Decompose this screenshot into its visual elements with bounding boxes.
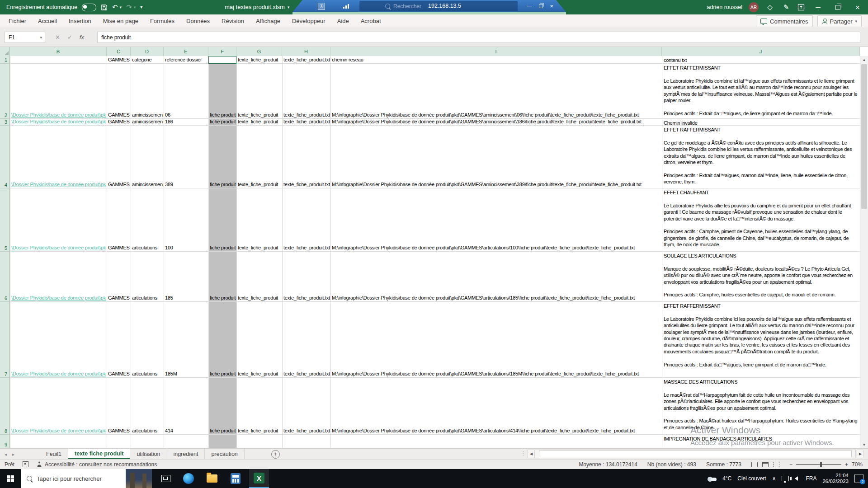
start-button[interactable]	[0, 469, 21, 488]
active-cell-f1[interactable]	[208, 56, 236, 64]
ribbon-tab-développeur[interactable]: Développeur	[286, 14, 331, 28]
cell-G2[interactable]: texte_fiche_produit	[238, 112, 282, 118]
prev-sheet-icon[interactable]: ◂	[5, 452, 7, 457]
explorer-taskbar-button[interactable]	[202, 469, 222, 488]
cell-E3[interactable]: 186	[165, 118, 208, 125]
autosave-toggle[interactable]	[82, 4, 96, 11]
edge-taskbar-button[interactable]	[179, 469, 198, 488]
restore-button[interactable]	[831, 0, 844, 14]
cell-C7[interactable]: GAMMES	[108, 371, 130, 377]
taskbar-search-box[interactable]: Taper ici pour rechercher	[21, 469, 152, 488]
zoom-out-icon[interactable]: −	[789, 461, 793, 468]
draw-pencil-icon[interactable]: ✎	[781, 3, 791, 11]
minimize-button[interactable]	[811, 0, 825, 14]
cell-F4[interactable]: fiche produit	[210, 181, 236, 188]
zoom-level[interactable]: 70%	[852, 461, 863, 468]
sheet-tab-utilisation[interactable]: utilisation	[130, 449, 167, 459]
ribbon-tab-fichier[interactable]: Fichier	[3, 14, 32, 28]
confirm-entry-icon[interactable]: ✓	[67, 34, 72, 41]
cell-E7[interactable]: 185M	[165, 371, 208, 377]
ribbon-tab-affichage[interactable]: Affichage	[250, 14, 286, 28]
cell-B4[interactable]: \Dossier Phykidis\base de donnée produit…	[11, 181, 106, 188]
row-header-4[interactable]: 4	[0, 126, 9, 188]
cell-F3[interactable]: fiche produit	[210, 118, 236, 125]
cell-J7[interactable]: EFFET RAFFERMISSANT Le Laboratoire Phyki…	[664, 303, 859, 368]
cell-C5[interactable]: GAMMES	[108, 244, 130, 251]
cell-I3[interactable]: M:\infographie\Dossier Phykidis\base de …	[332, 118, 661, 125]
scroll-up-icon[interactable]: ▲	[860, 56, 868, 63]
cell-I7[interactable]: M:\infographie\Dossier Phykidis\base de …	[332, 371, 661, 377]
vertical-scrollbar-thumb[interactable]	[861, 64, 867, 209]
cell-D6[interactable]: articulations	[132, 295, 163, 301]
vertical-scrollbar[interactable]: ▲ ▼	[860, 56, 868, 448]
clock[interactable]: 21:04 26/02/2023	[822, 473, 849, 484]
cell-G7[interactable]: texte_fiche_produit	[238, 371, 282, 377]
cell-G5[interactable]: texte_fiche_produit	[238, 244, 282, 251]
rdp-restore-button[interactable]	[539, 4, 543, 8]
cell-B5[interactable]: \Dossier Phykidis\base de donnée produit…	[11, 244, 106, 251]
cell-H1[interactable]: texte_fiche_produit.txt	[283, 56, 330, 63]
cell-C1[interactable]: GAMMES	[108, 56, 130, 63]
column-header-F[interactable]: F	[208, 47, 236, 56]
cell-B8[interactable]: \Dossier Phykidis\base de donnée produit…	[11, 427, 106, 434]
cell-I5[interactable]: M:\infographie\Dossier Phykidis\base de …	[332, 244, 661, 251]
cell-D4[interactable]: amincissement	[132, 181, 163, 188]
cell-F2[interactable]: fiche produit	[210, 112, 236, 118]
cell-E6[interactable]: 185	[165, 295, 208, 301]
weather-description[interactable]: Ciel couvert	[737, 475, 766, 482]
row-header-5[interactable]: 5	[0, 188, 9, 252]
scroll-left-icon[interactable]: ◀	[528, 450, 535, 458]
cell-H6[interactable]: texte_fiche_produit.txt	[283, 295, 330, 301]
cell-E5[interactable]: 100	[165, 244, 208, 251]
new-sheet-button[interactable]: +	[271, 450, 280, 459]
row-header-9[interactable]: 9	[0, 435, 9, 448]
horizontal-scrollbar-track[interactable]	[535, 450, 856, 458]
cell-I6[interactable]: M:\infographie\Dossier Phykidis\base de …	[332, 295, 661, 301]
premium-gem-icon[interactable]: ◇	[765, 3, 775, 11]
cell-J8[interactable]: MASSAGE DES ARTICULATIONS Le macÃ©rat da…	[664, 379, 859, 431]
cell-D2[interactable]: amincissement	[132, 112, 163, 118]
speaker-icon[interactable]	[795, 476, 798, 481]
column-header-E[interactable]: E	[164, 47, 208, 56]
cell-G4[interactable]: texte_fiche_produit	[238, 181, 282, 188]
cell-J5[interactable]: EFFET CHAUFFANT Le Laboratoire Phykidis …	[664, 189, 859, 248]
column-header-G[interactable]: G	[236, 47, 282, 56]
cell-D8[interactable]: articulations	[132, 427, 163, 434]
row-header-7[interactable]: 7	[0, 302, 9, 378]
tray-expand-icon[interactable]: ∧	[772, 475, 776, 482]
column-header-I[interactable]: I	[330, 47, 662, 56]
ribbon-tab-accueil[interactable]: Accueil	[32, 14, 63, 28]
calculator-taskbar-button[interactable]	[226, 469, 245, 488]
cell-G8[interactable]: texte_fiche_produit	[238, 427, 282, 434]
cell-H7[interactable]: texte_fiche_produit.txt	[283, 371, 330, 377]
cell-C2[interactable]: GAMMES	[108, 112, 130, 118]
row-header-2[interactable]: 2	[0, 64, 9, 119]
scroll-down-icon[interactable]: ▼	[860, 441, 868, 448]
zoom-slider-thumb[interactable]	[820, 462, 822, 467]
user-name[interactable]: adrien roussel	[707, 4, 742, 10]
task-view-button[interactable]	[156, 469, 176, 488]
ribbon-tab-données[interactable]: Données	[180, 14, 216, 28]
accessibility-status[interactable]: Accessibilité : consultez nos recommanda…	[37, 461, 157, 468]
save-icon[interactable]	[101, 4, 108, 11]
cell-B3[interactable]: \Dossier Phykidis\base de donnée produit…	[11, 118, 106, 125]
ribbon-tab-formules[interactable]: Formules	[144, 14, 180, 28]
cell-C4[interactable]: GAMMES	[108, 181, 130, 188]
insert-function-icon[interactable]: fx	[80, 34, 84, 41]
weather-temperature[interactable]: 4°C	[722, 475, 731, 482]
ribbon-tab-aide[interactable]: Aide	[331, 14, 355, 28]
avatar[interactable]: AR	[749, 2, 759, 12]
redo-icon[interactable]: ↷	[126, 0, 132, 14]
cell-E4[interactable]: 389	[165, 181, 208, 188]
excel-taskbar-button[interactable]: X	[249, 469, 269, 488]
customize-qat-icon[interactable]: ▾	[140, 0, 142, 14]
normal-view-icon[interactable]	[751, 462, 758, 467]
undo-dropdown-icon[interactable]: ▾	[120, 5, 122, 9]
cell-F8[interactable]: fiche produit	[210, 427, 236, 434]
ribbon-tab-révision[interactable]: Révision	[216, 14, 250, 28]
cell-F5[interactable]: fiche produit	[210, 244, 236, 251]
column-header-B[interactable]: B	[10, 47, 107, 56]
cell-J4[interactable]: EFFET RAFFERMISSANT Ce gel de modelage a…	[664, 127, 859, 185]
language-indicator[interactable]: FRA	[806, 475, 816, 482]
cell-D3[interactable]: amincissement	[132, 118, 163, 125]
